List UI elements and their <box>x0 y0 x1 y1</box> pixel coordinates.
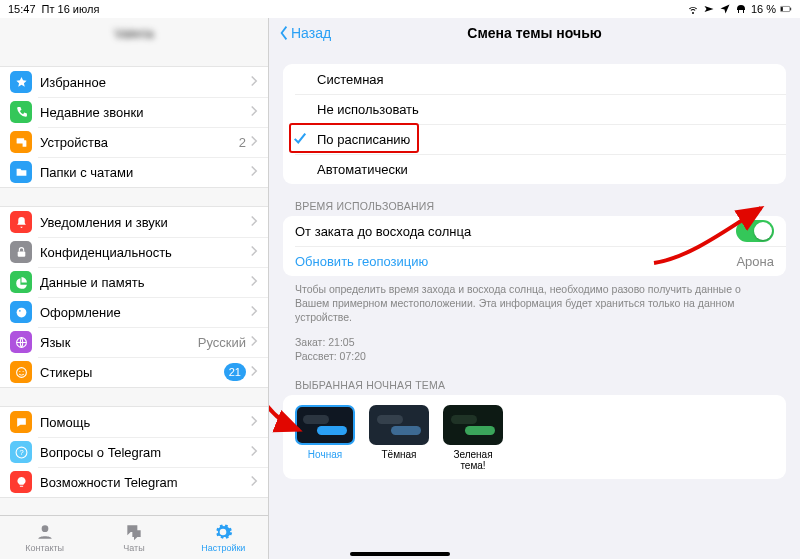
sidebar-item-label: Оформление <box>40 305 250 320</box>
folder-icon <box>10 161 32 183</box>
headphones-icon <box>735 3 747 15</box>
sunset-time: Закат: 21:05 <box>295 335 774 349</box>
main-header: Назад Смена темы ночью <box>269 18 800 48</box>
status-indicators: 16 % <box>687 3 792 15</box>
theme-green-label: Зеленая тема! <box>443 449 503 471</box>
account-header[interactable]: Valeria <box>0 18 268 48</box>
svg-point-6 <box>16 307 26 317</box>
bulb-icon <box>10 471 32 493</box>
sidebar-item-phone[interactable]: Недавние звонки <box>0 97 268 127</box>
back-button[interactable]: Назад <box>269 25 341 41</box>
smile-icon <box>10 361 32 383</box>
status-date: Пт 16 июля <box>42 3 100 15</box>
sidebar-item-label: Избранное <box>40 75 250 90</box>
back-label: Назад <box>291 25 331 41</box>
sidebar-item-label: Язык <box>40 335 198 350</box>
chevron-right-icon <box>250 445 258 460</box>
usage-card: От заката до восхода солнца Обновить гео… <box>283 216 786 276</box>
plane-icon <box>703 3 715 15</box>
chevron-right-icon <box>250 365 258 380</box>
sidebar-item-globe[interactable]: ЯзыкРусский <box>0 327 268 357</box>
svg-point-9 <box>16 367 26 377</box>
sidebar-item-pie[interactable]: Данные и память <box>0 267 268 297</box>
mode-schedule-label: По расписанию <box>317 132 774 147</box>
battery-icon <box>780 3 792 15</box>
mode-system[interactable]: Системная <box>283 64 786 94</box>
brush-icon <box>10 301 32 323</box>
sidebar-item-label: Помощь <box>40 415 250 430</box>
svg-rect-2 <box>790 8 791 11</box>
tab-settings[interactable]: Настройки <box>179 516 268 559</box>
sidebar-item-bell[interactable]: Уведомления и звуки <box>0 207 268 237</box>
lock-icon <box>10 241 32 263</box>
geo-row[interactable]: Обновить геопозицию Арона <box>283 246 786 276</box>
geo-link[interactable]: Обновить геопозицию <box>295 254 736 269</box>
theme-dark[interactable]: Тёмная <box>369 405 429 471</box>
main-panel: Назад Смена темы ночью Системная Не испо… <box>269 0 800 559</box>
chevron-right-icon <box>250 305 258 320</box>
sidebar-item-label: Уведомления и звуки <box>40 215 250 230</box>
sunset-toggle[interactable] <box>736 220 774 242</box>
mode-off-label: Не использовать <box>317 102 774 117</box>
mode-auto[interactable]: Автоматически <box>283 154 786 184</box>
tab-chats[interactable]: Чаты <box>89 516 178 559</box>
chevron-right-icon <box>250 475 258 490</box>
chevron-right-icon <box>250 165 258 180</box>
svg-text:?: ? <box>19 448 23 457</box>
chevron-right-icon <box>250 415 258 430</box>
sidebar-item-lock[interactable]: Конфиденциальность <box>0 237 268 267</box>
sidebar-item-value: 2 <box>239 135 246 150</box>
chevron-right-icon <box>250 275 258 290</box>
sidebar-item-star[interactable]: Избранное <box>0 67 268 97</box>
sunset-label: От заката до восхода солнца <box>295 224 736 239</box>
sidebar-item-devices[interactable]: Устройства2 <box>0 127 268 157</box>
sidebar-item-label: Вопросы о Telegram <box>40 445 250 460</box>
mode-auto-label: Автоматически <box>317 162 774 177</box>
tab-settings-label: Настройки <box>201 543 245 553</box>
location-icon <box>719 3 731 15</box>
chevron-right-icon <box>250 245 258 260</box>
sidebar-item-question[interactable]: ?Вопросы о Telegram <box>0 437 268 467</box>
svg-rect-4 <box>22 140 26 147</box>
sidebar-item-label: Данные и память <box>40 275 250 290</box>
usage-header: ВРЕМЯ ИСПОЛЬЗОВАНИЯ <box>295 200 786 212</box>
mode-off[interactable]: Не использовать <box>283 94 786 124</box>
theme-green[interactable]: Зеленая тема! <box>443 405 503 471</box>
wifi-icon <box>687 3 699 15</box>
tab-chats-label: Чаты <box>123 543 144 553</box>
tab-contacts-label: Контакты <box>25 543 64 553</box>
phone-icon <box>10 101 32 123</box>
status-time: 15:47 <box>8 3 36 15</box>
devices-icon <box>10 131 32 153</box>
sidebar-item-label: Устройства <box>40 135 239 150</box>
svg-rect-1 <box>781 7 783 11</box>
sunrise-time: Рассвет: 07:20 <box>295 349 774 363</box>
mode-system-label: Системная <box>317 72 774 87</box>
contact-icon <box>35 522 55 542</box>
sidebar-item-brush[interactable]: Оформление <box>0 297 268 327</box>
svg-point-11 <box>22 370 23 371</box>
sidebar-item-bulb[interactable]: Возможности Telegram <box>0 467 268 497</box>
svg-point-10 <box>19 370 20 371</box>
status-bar: 15:47 Пт 16 июля 16 % <box>0 0 800 18</box>
pie-icon <box>10 271 32 293</box>
gear-icon <box>213 522 233 542</box>
svg-point-7 <box>19 310 21 312</box>
sidebar-item-smile[interactable]: Стикеры21 <box>0 357 268 387</box>
sidebar-item-folder[interactable]: Папки с чатами <box>0 157 268 187</box>
question-icon: ? <box>10 441 32 463</box>
star-icon <box>10 71 32 93</box>
themes-header: ВЫБРАННАЯ НОЧНАЯ ТЕМА <box>295 379 786 391</box>
home-indicator[interactable] <box>350 552 450 556</box>
mode-schedule[interactable]: По расписанию <box>283 124 786 154</box>
sunset-row[interactable]: От заката до восхода солнца <box>283 216 786 246</box>
check-icon <box>293 131 307 148</box>
tab-bar: Контакты Чаты Настройки <box>0 515 268 559</box>
sidebar-item-chat[interactable]: Помощь <box>0 407 268 437</box>
theme-dark-label: Тёмная <box>369 449 429 460</box>
chevron-left-icon <box>279 25 289 41</box>
theme-night[interactable]: Ночная <box>295 405 355 471</box>
page-title: Смена темы ночью <box>269 25 800 41</box>
tab-contacts[interactable]: Контакты <box>0 516 89 559</box>
chevron-right-icon <box>250 215 258 230</box>
